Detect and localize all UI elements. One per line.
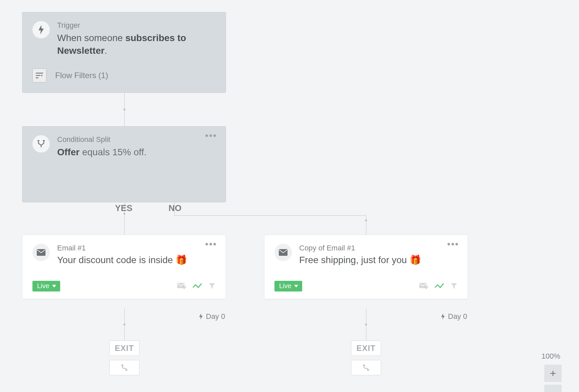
branch-icon (362, 364, 370, 372)
metric-icons (419, 282, 458, 290)
exit-label: EXIT (356, 344, 375, 353)
zoom-level: 100% (542, 352, 560, 361)
timing-label-no: Day 0 (441, 312, 467, 321)
status-badge[interactable]: Live (274, 281, 302, 291)
exit-label: EXIT (115, 344, 134, 353)
trigger-card[interactable]: Trigger When someone subscribes to Newsl… (22, 12, 226, 93)
email-label: Copy of Email #1 (299, 244, 458, 252)
bolt-icon (441, 313, 445, 320)
metric-icons (177, 282, 216, 290)
branch-icon (120, 364, 128, 372)
email-icon (32, 244, 50, 261)
flow-filters-row[interactable]: Flow Filters (1) (32, 68, 216, 82)
email-card-yes[interactable]: ••• Email #1 Your discount code is insid… (22, 235, 226, 299)
plus-icon: + (550, 367, 556, 380)
svg-point-0 (41, 75, 42, 76)
connector-dot (123, 109, 125, 111)
analytics-icon[interactable] (434, 283, 444, 289)
bolt-icon (199, 313, 203, 320)
split-icon (32, 135, 50, 153)
split-label: Conditional Split (57, 135, 216, 144)
trigger-text-prefix: When someone (57, 33, 125, 43)
zoom-in-button[interactable]: + (544, 365, 562, 382)
filter-metric-icon[interactable] (450, 282, 458, 290)
chevron-down-icon (52, 285, 56, 287)
zoom-out-button[interactable] (544, 385, 562, 392)
gift-emoji: 🎁 (410, 255, 421, 265)
filter-metric-icon[interactable] (208, 282, 216, 290)
email-subject-text: Your discount code is inside (57, 255, 176, 265)
gift-emoji: 🎁 (176, 255, 187, 265)
email-subject-text: Free shipping, just for you (299, 255, 410, 265)
email-label: Email #1 (57, 244, 216, 252)
email-icon (274, 244, 292, 261)
flow-canvas[interactable]: Trigger When someone subscribes to Newsl… (0, 0, 579, 392)
connector-dot (365, 219, 367, 221)
trigger-description: When someone subscribes to Newsletter. (57, 32, 216, 57)
email-subject: Free shipping, just for you 🎁 (299, 254, 458, 265)
more-menu-button[interactable]: ••• (205, 242, 217, 246)
status-text: Live (279, 282, 292, 290)
email-metric-icon[interactable] (177, 282, 186, 290)
branch-button[interactable] (351, 360, 381, 375)
timing-label-yes: Day 0 (199, 312, 225, 321)
branch-no-label: NO (168, 203, 182, 213)
status-badge[interactable]: Live (32, 281, 60, 291)
status-text: Live (37, 282, 49, 290)
conditional-split-card[interactable]: ••• Conditional Split Offer equals 15% o… (22, 126, 226, 202)
timing-text: Day 0 (448, 312, 467, 321)
exit-button[interactable]: EXIT (109, 341, 139, 356)
more-menu-button[interactable]: ••• (447, 242, 459, 246)
trigger-text-suffix: . (105, 45, 107, 56)
connector (366, 215, 366, 235)
trigger-label: Trigger (57, 21, 216, 30)
branch-button[interactable] (109, 360, 139, 375)
timing-text: Day 0 (206, 312, 225, 321)
branch-yes-label: YES (115, 203, 132, 213)
filter-icon (32, 68, 46, 82)
split-condition-text: equals 15% off. (80, 147, 146, 157)
email-card-no[interactable]: ••• Copy of Email #1 Free shipping, just… (264, 235, 468, 299)
flow-filters-label: Flow Filters (1) (55, 71, 108, 80)
chevron-down-icon (294, 285, 298, 287)
connector (174, 215, 366, 216)
analytics-icon[interactable] (192, 283, 202, 289)
more-menu-button[interactable]: ••• (205, 134, 217, 137)
connector-dot (365, 324, 367, 326)
email-subject: Your discount code is inside 🎁 (57, 254, 216, 265)
split-condition: Offer equals 15% off. (57, 146, 216, 159)
exit-button[interactable]: EXIT (351, 341, 381, 356)
split-field: Offer (57, 147, 80, 157)
connector-dot (123, 324, 125, 326)
bolt-icon (32, 21, 50, 38)
email-metric-icon[interactable] (419, 282, 428, 290)
